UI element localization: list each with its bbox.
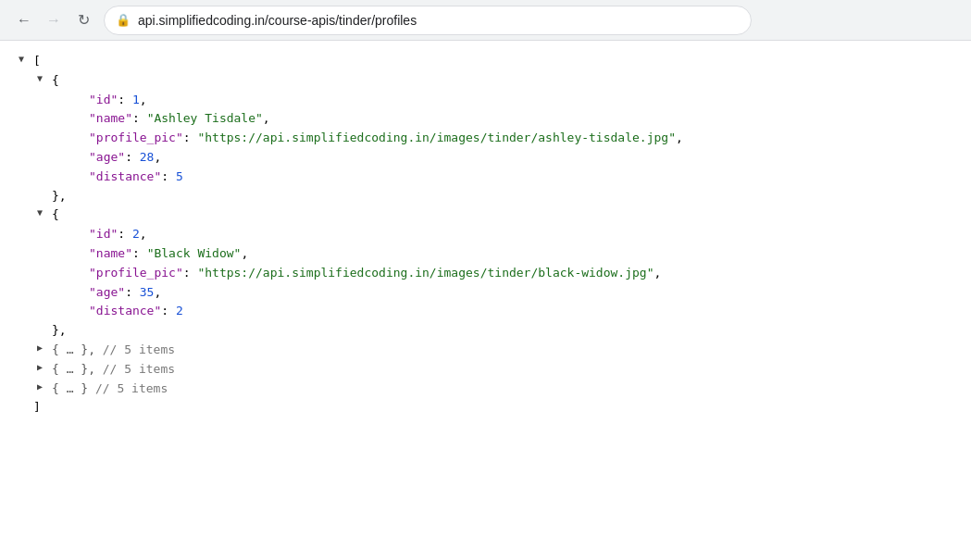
reload-button[interactable]: ↻ xyxy=(70,7,96,33)
object-1-open: { xyxy=(19,71,952,91)
field-id-2: "id": 2, xyxy=(19,225,952,244)
field-name-2: "name": "Black Widow", xyxy=(19,244,952,264)
field-profile-pic-2: "profile_pic": "https://api.simplifiedco… xyxy=(19,264,952,283)
collapsed-toggle-3[interactable] xyxy=(37,380,52,394)
collapsed-item-2: { … }, // 5 items xyxy=(19,360,952,380)
collapsed-item-3: { … } // 5 items xyxy=(19,380,952,399)
field-age-2: "age": 35, xyxy=(19,283,952,303)
field-distance-2: "distance": 2 xyxy=(19,302,952,321)
object-2-toggle[interactable] xyxy=(37,205,52,220)
object-2-close: }, xyxy=(19,321,952,341)
object-2-open: { xyxy=(19,205,952,225)
nav-buttons: ← → ↻ xyxy=(11,7,96,33)
collapsed-toggle-1[interactable] xyxy=(37,341,52,355)
root-array-close: ] xyxy=(19,398,952,417)
root-toggle[interactable] xyxy=(19,52,33,67)
root-array-open: [ xyxy=(19,52,952,71)
back-button[interactable]: ← xyxy=(11,7,37,33)
forward-button[interactable]: → xyxy=(41,7,67,33)
url-text: api.simplifiedcoding.in/course-apis/tind… xyxy=(138,13,417,28)
collapsed-toggle-2[interactable] xyxy=(37,360,52,375)
field-name-1: "name": "Ashley Tisdale", xyxy=(19,109,952,129)
collapsed-item-1: { … }, // 5 items xyxy=(19,341,952,360)
field-id-1: "id": 1, xyxy=(19,91,952,110)
object-1-close: }, xyxy=(19,187,952,206)
browser-toolbar: ← → ↻ 🔒 api.simplifiedcoding.in/course-a… xyxy=(0,0,971,41)
lock-icon: 🔒 xyxy=(116,13,131,27)
object-1-toggle[interactable] xyxy=(37,71,52,86)
field-profile-pic-1: "profile_pic": "https://api.simplifiedco… xyxy=(19,129,952,148)
address-bar[interactable]: 🔒 api.simplifiedcoding.in/course-apis/ti… xyxy=(104,6,752,35)
json-viewer: [ { "id": 1, "name": "Ashley Tisdale", "… xyxy=(0,41,971,429)
field-distance-1: "distance": 5 xyxy=(19,168,952,187)
field-age-1: "age": 28, xyxy=(19,148,952,168)
